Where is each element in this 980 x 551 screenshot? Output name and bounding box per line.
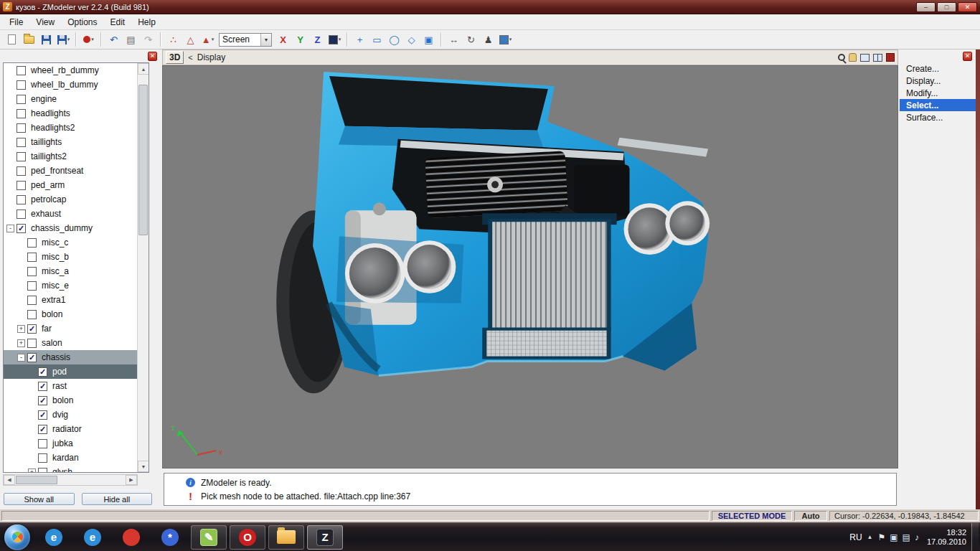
taskbar-clock[interactable]: 18:32 17.09.2010 bbox=[927, 528, 966, 547]
panel-tab-select[interactable]: Select... bbox=[900, 99, 976, 111]
tree-item-salon[interactable]: +salon bbox=[4, 336, 137, 350]
redo-icon[interactable]: ↷ bbox=[140, 32, 156, 47]
undo-icon[interactable]: ↶ bbox=[105, 32, 122, 47]
tree-item-jubka[interactable]: jubka bbox=[4, 436, 137, 451]
tree-item-pod[interactable]: ✓pod bbox=[4, 364, 137, 379]
visibility-checkbox[interactable] bbox=[17, 66, 26, 75]
show-desktop-button[interactable] bbox=[971, 523, 979, 551]
scroll-up-icon[interactable]: ▲ bbox=[138, 63, 149, 75]
visibility-checkbox[interactable] bbox=[17, 181, 26, 190]
collapse-icon[interactable]: - bbox=[17, 354, 25, 362]
visibility-checkbox[interactable] bbox=[27, 281, 37, 291]
axis-y-button[interactable]: Y bbox=[292, 32, 308, 47]
volume-icon[interactable]: ♪ bbox=[915, 533, 919, 542]
tree-item-headlights2[interactable]: headlights2 bbox=[4, 121, 137, 135]
visibility-checkbox[interactable] bbox=[17, 109, 26, 118]
tree-item-misc_e[interactable]: misc_e bbox=[4, 278, 137, 293]
expand-icon[interactable]: + bbox=[28, 468, 36, 473]
tree-item-exhaust[interactable]: exhaust bbox=[4, 207, 137, 221]
import-export-icon[interactable]: ▾ bbox=[55, 32, 72, 47]
vertices-level-icon[interactable]: ∴ bbox=[165, 32, 182, 47]
select-single-icon[interactable]: + bbox=[352, 32, 368, 47]
select-all-icon[interactable]: ▣ bbox=[420, 32, 437, 47]
menu-item-file[interactable]: File bbox=[3, 15, 29, 29]
tree-item-engine[interactable]: engine bbox=[4, 92, 137, 106]
visibility-checkbox[interactable] bbox=[17, 80, 26, 90]
select-circle-icon[interactable]: ◯ bbox=[386, 32, 402, 47]
polygons-level-icon[interactable]: ▲▾ bbox=[199, 32, 216, 47]
panel-tab-surface[interactable]: Surface... bbox=[900, 111, 976, 123]
show-all-button[interactable]: Show all bbox=[4, 493, 75, 505]
materials-icon[interactable]: ▾ bbox=[80, 32, 97, 47]
scroll-right-icon[interactable]: ▶ bbox=[126, 475, 137, 485]
panel-tab-display[interactable]: Display... bbox=[900, 75, 976, 87]
language-indicator[interactable]: RU bbox=[849, 532, 862, 542]
viewport-back-icon[interactable]: < bbox=[188, 53, 192, 62]
tray-expand-icon[interactable]: ▲ bbox=[867, 534, 873, 540]
tree-item-bolon[interactable]: ✓bolon bbox=[4, 393, 137, 408]
menu-item-options[interactable]: Options bbox=[61, 15, 103, 29]
scene-panel-close-icon[interactable]: ✕ bbox=[148, 52, 157, 61]
visibility-checkbox[interactable] bbox=[38, 468, 47, 473]
new-file-icon[interactable] bbox=[4, 32, 20, 47]
select-rectangle-icon[interactable]: ▭ bbox=[369, 32, 385, 47]
character-icon[interactable]: ♟ bbox=[480, 32, 496, 47]
visibility-checkbox[interactable]: ✓ bbox=[38, 382, 47, 391]
maximize-button[interactable]: □ bbox=[937, 2, 956, 12]
tree-item-radiator[interactable]: ✓radiator bbox=[4, 422, 137, 436]
maximize-view-icon[interactable] bbox=[860, 54, 870, 62]
menu-item-edit[interactable]: Edit bbox=[104, 15, 132, 29]
taskbar-player[interactable] bbox=[113, 525, 149, 550]
history-icon[interactable]: ▤ bbox=[123, 32, 139, 47]
panel-tab-create[interactable]: Create... bbox=[900, 62, 976, 75]
taskbar-opera[interactable]: O bbox=[230, 525, 265, 550]
tree-item-misc_a[interactable]: misc_a bbox=[4, 264, 137, 278]
axis-z-button[interactable]: Z bbox=[309, 32, 326, 47]
visibility-checkbox[interactable] bbox=[17, 195, 26, 204]
tree-item-ped_frontseat[interactable]: ped_frontseat bbox=[4, 164, 137, 178]
menu-item-help[interactable]: Help bbox=[131, 15, 162, 29]
network-icon[interactable]: ▤ bbox=[903, 533, 910, 542]
viewport-breadcrumb[interactable]: Display bbox=[197, 52, 225, 62]
taskbar-messenger[interactable]: * bbox=[152, 525, 188, 550]
tree-item-taillights2[interactable]: taillights2 bbox=[4, 149, 137, 164]
tree-vertical-scrollbar[interactable]: ▲ ▼ bbox=[137, 63, 149, 472]
move-tool-icon[interactable]: ↔ bbox=[446, 32, 462, 47]
visibility-checkbox[interactable]: ✓ bbox=[17, 224, 26, 233]
visibility-checkbox[interactable]: ✓ bbox=[27, 324, 37, 334]
tree-item-far[interactable]: +✓far bbox=[4, 321, 137, 336]
active-view-icon[interactable] bbox=[886, 53, 895, 62]
grid-color-icon[interactable]: ▾ bbox=[326, 32, 343, 47]
save-icon[interactable] bbox=[38, 32, 55, 47]
horizontal-scroll-thumb[interactable] bbox=[16, 476, 57, 484]
tree-item-wheel_lb_dummy[interactable]: wheel_lb_dummy bbox=[4, 77, 137, 92]
screen-space-dropdown[interactable]: Screen▾ bbox=[219, 33, 272, 47]
tree-item-extra1[interactable]: extra1 bbox=[4, 293, 137, 307]
visibility-checkbox[interactable] bbox=[17, 152, 26, 161]
collapse-icon[interactable]: - bbox=[6, 225, 14, 232]
taskbar-browser-2[interactable]: e bbox=[75, 525, 110, 550]
panel-tab-modify[interactable]: Modify... bbox=[900, 87, 976, 99]
expand-icon[interactable]: + bbox=[17, 325, 25, 333]
axis-x-button[interactable]: X bbox=[275, 32, 291, 47]
modes-icon[interactable]: ▾ bbox=[497, 32, 514, 47]
minimize-button[interactable]: – bbox=[916, 2, 936, 12]
pan-icon[interactable] bbox=[849, 53, 857, 62]
visibility-checkbox[interactable]: ✓ bbox=[38, 396, 47, 405]
taskbar-text-editor[interactable]: ✎ bbox=[191, 525, 227, 550]
visibility-checkbox[interactable] bbox=[27, 310, 37, 319]
visibility-checkbox[interactable] bbox=[17, 95, 26, 104]
start-button[interactable] bbox=[4, 524, 30, 550]
taskbar-zmodeler[interactable]: Z bbox=[307, 525, 343, 550]
zoom-icon[interactable] bbox=[838, 54, 845, 61]
scroll-down-icon[interactable]: ▼ bbox=[138, 461, 149, 472]
dropdown-arrow-icon[interactable]: ▾ bbox=[260, 34, 271, 46]
auto-toggle[interactable]: Auto bbox=[794, 511, 827, 521]
visibility-checkbox[interactable]: ✓ bbox=[38, 410, 47, 420]
tree-item-taillights[interactable]: taillights bbox=[4, 135, 137, 149]
tree-item-ped_arm[interactable]: ped_arm bbox=[4, 178, 137, 192]
visibility-checkbox[interactable]: ✓ bbox=[38, 425, 47, 434]
visibility-checkbox[interactable] bbox=[27, 296, 37, 305]
visibility-checkbox[interactable]: ✓ bbox=[27, 353, 37, 362]
window-titlebar[interactable]: Z кузов - ZModeler ver 2.2.4 (Build 981)… bbox=[0, 0, 980, 14]
